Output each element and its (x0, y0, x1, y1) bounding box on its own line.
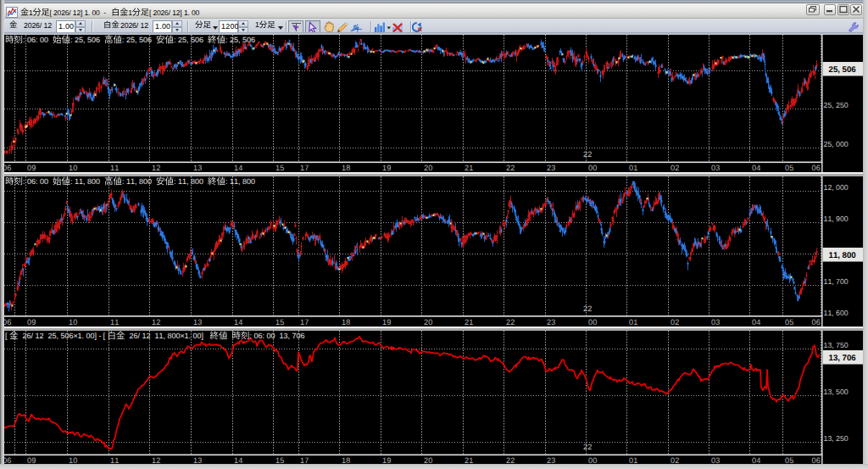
svg-text:13,500: 13,500 (824, 388, 849, 396)
svg-text:22: 22 (583, 304, 592, 313)
svg-text:06: 06 (4, 456, 11, 464)
svg-text:[2026/12]1.00-: [2026/12]1.00- (50, 8, 107, 17)
svg-text::06:00: :06:00 (23, 36, 48, 44)
svg-text:15: 15 (275, 164, 284, 172)
svg-text::11,800: :11,800 (122, 177, 152, 186)
svg-text:13: 13 (193, 318, 202, 327)
svg-text:11: 11 (110, 164, 119, 172)
svg-text:01: 01 (629, 318, 637, 327)
svg-text:01: 01 (629, 456, 637, 464)
svg-text:17: 17 (300, 456, 309, 464)
svg-text:09: 09 (27, 456, 36, 464)
svg-text:25,506: 25,506 (829, 65, 857, 75)
svg-text:11: 11 (110, 318, 119, 327)
svg-text:17: 17 (300, 318, 309, 327)
svg-text:13,706: 13,706 (829, 354, 857, 363)
svg-text:22: 22 (506, 318, 515, 327)
svg-text:21: 21 (465, 456, 473, 464)
svg-text:06: 06 (812, 456, 821, 464)
svg-text:02: 02 (670, 456, 679, 464)
svg-text:11,900: 11,900 (824, 215, 849, 223)
svg-text:[2026/12]1.00: [2026/12]1.00 (149, 8, 200, 17)
svg-text:04: 04 (752, 164, 760, 172)
svg-text:02: 02 (670, 164, 679, 172)
svg-text:2026/12: 2026/12 (120, 21, 148, 30)
svg-text:14: 14 (234, 164, 242, 172)
svg-text:14: 14 (234, 456, 242, 464)
svg-text:13: 13 (193, 456, 202, 464)
svg-text:11,800: 11,800 (829, 251, 856, 260)
svg-text:14: 14 (234, 318, 242, 327)
svg-text:13: 13 (193, 164, 202, 172)
svg-text:22: 22 (506, 456, 515, 464)
svg-text:22: 22 (506, 164, 515, 172)
svg-text:00: 00 (588, 318, 597, 327)
svg-text:25,250: 25,250 (824, 101, 849, 109)
svg-text::06:00: :06:00 (23, 177, 48, 186)
svg-text:09: 09 (27, 318, 36, 327)
svg-text:04: 04 (752, 318, 760, 327)
svg-text:19: 19 (382, 456, 391, 464)
svg-text:12: 12 (152, 164, 160, 172)
svg-text::11,800: :11,800 (225, 177, 255, 186)
svg-text:20: 20 (424, 318, 432, 327)
svg-text:12,000: 12,000 (824, 183, 849, 192)
svg-text::25,506: :25,506 (225, 36, 255, 44)
svg-text:13,750: 13,750 (824, 341, 849, 349)
svg-text:19: 19 (382, 318, 391, 327)
svg-text:10: 10 (69, 456, 77, 464)
svg-text:15: 15 (275, 456, 284, 464)
svg-text:10: 10 (69, 318, 77, 327)
svg-text:15: 15 (275, 318, 284, 327)
svg-text:18: 18 (342, 318, 350, 327)
svg-text:1: 1 (128, 8, 132, 17)
svg-text:21: 21 (465, 318, 473, 327)
svg-text:00: 00 (588, 164, 597, 172)
svg-text:18: 18 (342, 164, 350, 172)
svg-text:03: 03 (711, 456, 720, 464)
svg-text:26/1225,506×1.00]-[: 26/1225,506×1.00]-[ (23, 332, 106, 340)
svg-text::25,506: :25,506 (122, 36, 152, 44)
svg-text:25,000: 25,000 (824, 140, 849, 148)
svg-text:03: 03 (711, 164, 720, 172)
svg-text:23: 23 (547, 318, 555, 327)
svg-text:2026/12: 2026/12 (24, 21, 52, 30)
svg-text:06: 06 (812, 318, 821, 327)
svg-text:11,700: 11,700 (824, 277, 849, 286)
svg-text:10: 10 (69, 164, 77, 172)
svg-text:02: 02 (670, 318, 679, 327)
svg-text:22: 22 (583, 443, 592, 451)
svg-text::25,506: :25,506 (70, 36, 100, 44)
svg-text:19: 19 (382, 164, 391, 172)
svg-text:06: 06 (4, 164, 11, 172)
svg-text:17: 17 (300, 164, 309, 172)
svg-text:12: 12 (152, 318, 160, 327)
svg-text:20: 20 (424, 456, 432, 464)
svg-text::25,506: :25,506 (174, 36, 203, 44)
svg-text:09: 09 (27, 164, 36, 172)
svg-text:11,600: 11,600 (824, 309, 849, 317)
svg-text:03: 03 (711, 318, 720, 327)
svg-text::11,800: :11,800 (174, 177, 203, 186)
svg-text:23: 23 (547, 164, 555, 172)
svg-text:18: 18 (342, 456, 350, 464)
svg-text:00: 00 (588, 456, 597, 464)
svg-text:05: 05 (785, 318, 793, 327)
svg-text:05: 05 (785, 164, 793, 172)
svg-text:12: 12 (152, 456, 160, 464)
svg-text::11,800: :11,800 (70, 177, 100, 186)
svg-text:05: 05 (785, 456, 793, 464)
svg-text:01: 01 (629, 164, 637, 172)
svg-text:21: 21 (465, 164, 473, 172)
svg-text:04: 04 (752, 456, 760, 464)
svg-text:1: 1 (29, 8, 33, 17)
svg-text:20: 20 (424, 164, 432, 172)
svg-text:22: 22 (583, 150, 592, 159)
svg-text:13,250: 13,250 (824, 434, 849, 443)
svg-text:06: 06 (4, 318, 11, 327)
svg-text:06: 06 (812, 164, 821, 172)
svg-text:11: 11 (110, 456, 119, 464)
svg-text:1: 1 (255, 20, 259, 29)
svg-text:23: 23 (547, 456, 555, 464)
